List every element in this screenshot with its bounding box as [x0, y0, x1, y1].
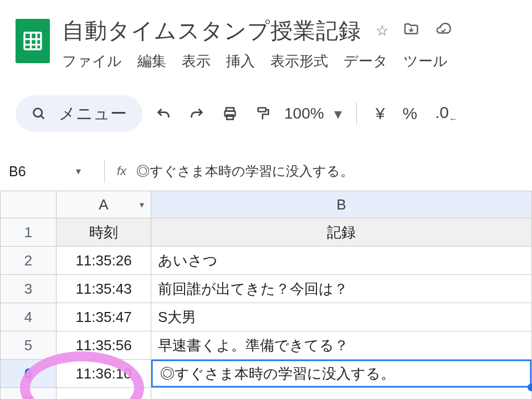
- redo-button[interactable]: [180, 95, 213, 132]
- row-header[interactable]: 1: [1, 218, 57, 247]
- zoom-value: 100%: [284, 105, 324, 122]
- fx-icon: fx: [117, 164, 126, 178]
- cell-a7[interactable]: [57, 388, 151, 400]
- sheets-logo: [16, 19, 50, 63]
- cell-b1[interactable]: 記録: [151, 218, 532, 247]
- row-header[interactable]: 2: [1, 247, 57, 275]
- cell-b3[interactable]: 前回誰が出てきた？今回は？: [151, 275, 532, 303]
- cloud-status-icon[interactable]: [434, 21, 453, 41]
- column-header-b[interactable]: B: [151, 191, 532, 218]
- name-box-value: B6: [9, 163, 26, 180]
- row-header[interactable]: 5: [1, 331, 57, 360]
- menu-tools[interactable]: ツール: [403, 52, 448, 71]
- chevron-down-icon: ▾: [76, 165, 81, 177]
- menu-edit[interactable]: 編集: [137, 52, 166, 71]
- selection-handle[interactable]: [528, 383, 532, 391]
- row-header[interactable]: 4: [1, 303, 57, 331]
- cell-a1[interactable]: 時刻: [57, 218, 151, 247]
- paint-format-button[interactable]: [247, 95, 280, 132]
- toolbar-divider: [356, 102, 357, 125]
- zoom-select[interactable]: 100% ▾: [280, 105, 346, 123]
- svg-rect-9: [227, 115, 233, 119]
- menu-insert[interactable]: 挿入: [226, 52, 255, 71]
- svg-rect-10: [258, 108, 266, 112]
- menu-search-label: メニュー: [59, 103, 127, 125]
- print-button[interactable]: [213, 95, 247, 132]
- cell-b7[interactable]: [151, 388, 532, 400]
- menu-view[interactable]: 表示: [182, 52, 211, 71]
- percent-button[interactable]: %: [393, 104, 426, 123]
- row-header[interactable]: 6: [1, 360, 57, 388]
- formula-bar[interactable]: ◎すぐさま本時の学習に没入する。: [136, 162, 354, 180]
- cell-b4[interactable]: S大男: [151, 303, 532, 331]
- cell-a6[interactable]: 11:36:10: [57, 360, 151, 388]
- menu-format[interactable]: 表示形式: [270, 52, 328, 71]
- name-box[interactable]: B6 ▾: [6, 163, 92, 180]
- cell-a3[interactable]: 11:35:43: [57, 275, 151, 303]
- decrease-decimal-button[interactable]: .0←: [426, 103, 467, 124]
- select-all-corner[interactable]: [1, 191, 57, 218]
- cell-b6-selected[interactable]: ◎すぐさま本時の学習に没入する。: [151, 360, 532, 388]
- svg-line-6: [41, 116, 44, 119]
- namebox-divider: [104, 160, 105, 183]
- column-header-a[interactable]: A▾: [57, 191, 151, 218]
- document-title[interactable]: 自動タイムスタンプ授業記録: [62, 16, 361, 46]
- cell-a2[interactable]: 11:35:26: [57, 247, 151, 275]
- row-header[interactable]: 7: [1, 388, 57, 400]
- star-icon[interactable]: ☆: [376, 22, 388, 39]
- svg-point-5: [34, 109, 42, 117]
- row-header[interactable]: 3: [1, 275, 57, 303]
- menu-search[interactable]: メニュー: [16, 95, 142, 132]
- search-icon: [31, 106, 47, 121]
- spreadsheet-grid[interactable]: A▾ B 1 時刻 記録 2 11:35:26 あいさつ 3 11:35:43 …: [0, 191, 532, 399]
- cell-a5[interactable]: 11:35:56: [57, 331, 151, 360]
- menu-file[interactable]: ファイル: [62, 52, 122, 71]
- cell-b2[interactable]: あいさつ: [151, 247, 532, 275]
- move-to-folder-icon[interactable]: [403, 21, 420, 41]
- svg-rect-0: [24, 33, 41, 49]
- cell-b5[interactable]: 早速書くよ。準備できてる？: [151, 331, 532, 360]
- menu-data[interactable]: データ: [344, 52, 388, 71]
- cell-a4[interactable]: 11:35:47: [57, 303, 151, 331]
- undo-button[interactable]: [147, 95, 180, 132]
- chevron-down-icon[interactable]: ▾: [140, 200, 144, 210]
- currency-button[interactable]: ¥: [367, 104, 394, 123]
